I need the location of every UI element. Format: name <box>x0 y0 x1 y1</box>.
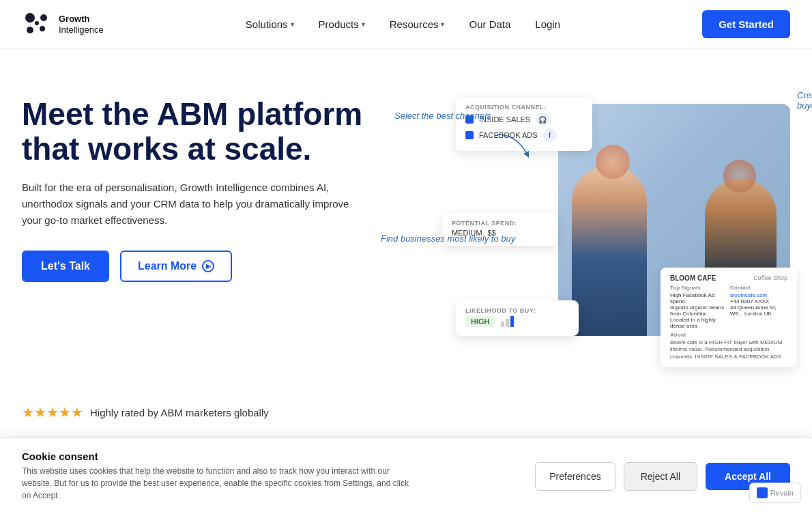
svg-point-0 <box>25 13 35 23</box>
rating-text: Highly rated by ABM marketers globally <box>90 407 269 418</box>
hero-title: Meet the ABM platform that works at scal… <box>22 97 390 166</box>
inside-sales-icon: 🎧 <box>536 113 549 126</box>
bloom-card: BLOOM CAFE Coffee Shop Top Signals High … <box>661 268 797 367</box>
nav-our-data[interactable]: Our Data <box>459 13 520 35</box>
nav-resources[interactable]: Resources ▾ <box>380 13 454 35</box>
hero-illustration: ACQUISITION CHANNEL: INSIDE SALES 🎧 FACE… <box>435 90 790 363</box>
hero-section: Meet the ABM platform that works at scal… <box>0 49 812 390</box>
chevron-down-icon: ▾ <box>291 20 294 28</box>
reject-all-button[interactable]: Reject All <box>624 462 697 491</box>
get-started-button[interactable]: Get Started <box>702 10 790 38</box>
logo-line1: Growth <box>59 14 104 25</box>
svg-point-2 <box>27 27 33 33</box>
nav-links: Solutions ▾ Products ▾ Resources ▾ Our D… <box>236 13 570 35</box>
annotation-channels: Select the best channels <box>394 111 491 121</box>
revain-logo-icon <box>757 487 768 498</box>
play-icon: ▶ <box>202 260 214 272</box>
hero-description: Built for the era of personalisation, Gr… <box>22 180 349 229</box>
logo-icon <box>22 10 52 40</box>
svg-point-1 <box>40 14 47 21</box>
preferences-button[interactable]: Preferences <box>535 462 615 491</box>
arrow-channels <box>490 131 531 158</box>
cookie-banner: Cookie consent This website uses cookies… <box>0 438 812 514</box>
bar-chart-icon <box>501 316 514 327</box>
logo-line2: Intelligence <box>59 25 104 35</box>
cookie-description: This website uses cookies that help the … <box>22 465 418 502</box>
annotation-likelihood: Find businesses most likely to buy <box>381 233 515 244</box>
stars-rating: ★★★★★ <box>22 404 83 420</box>
svg-point-4 <box>35 21 39 25</box>
hero-left: Meet the ABM platform that works at scal… <box>22 90 390 282</box>
chevron-down-icon: ▾ <box>362 20 365 28</box>
cookie-title: Cookie consent <box>22 451 418 462</box>
likelihood-card: LIKELIHOOD TO BUY: HIGH <box>456 300 579 336</box>
chevron-down-icon: ▾ <box>441 20 444 28</box>
logo[interactable]: Growth Intelligence <box>22 10 104 40</box>
navbar: Growth Intelligence Solutions ▾ Products… <box>0 0 812 49</box>
cookie-text: Cookie consent This website uses cookies… <box>22 451 418 502</box>
nav-solutions[interactable]: Solutions ▾ <box>236 13 304 35</box>
svg-point-3 <box>40 26 45 31</box>
nav-login[interactable]: Login <box>525 13 570 35</box>
annotation-messaging: Create messaging your buyers will love <box>797 90 812 111</box>
lets-talk-button[interactable]: Let's Talk <box>22 251 109 282</box>
revain-watermark: Revain <box>749 483 801 503</box>
learn-more-button[interactable]: Learn More ▶ <box>120 251 232 282</box>
nav-products[interactable]: Products ▾ <box>309 13 375 35</box>
hero-buttons: Let's Talk Learn More ▶ <box>22 251 390 282</box>
facebook-icon: f <box>543 128 557 142</box>
